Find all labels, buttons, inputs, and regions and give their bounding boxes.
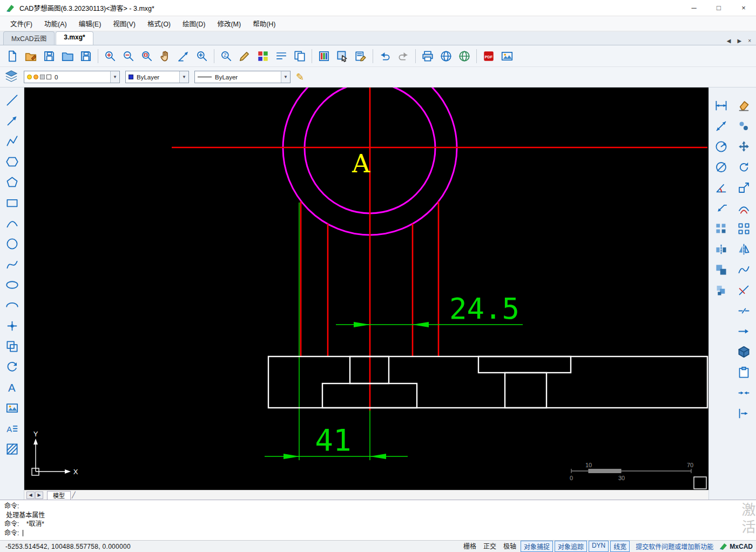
zoom-window-icon[interactable] [138, 48, 156, 65]
pan-icon[interactable] [157, 48, 174, 65]
maximize-button[interactable]: □ [706, 0, 731, 16]
zoom-extents-icon[interactable] [102, 48, 119, 65]
menu-item-6[interactable]: 绘图(D) [177, 16, 211, 31]
stack-blue-icon[interactable] [711, 280, 732, 300]
toggle-对象捕捉[interactable]: 对象捕捉 [521, 541, 553, 552]
mirror-blue-icon[interactable] [711, 239, 732, 259]
menu-item-8[interactable]: 帮助(H) [247, 16, 281, 31]
text-tool-icon[interactable]: A [2, 377, 22, 398]
toggle-DYN[interactable]: DYN [589, 541, 609, 552]
pedit-icon[interactable] [733, 259, 755, 280]
text-style-icon[interactable] [273, 48, 290, 65]
palette-icon[interactable] [254, 48, 272, 65]
toggle-对象追踪[interactable]: 对象追踪 [555, 541, 587, 552]
trim-icon[interactable] [733, 280, 755, 300]
save-icon[interactable] [40, 48, 58, 65]
close-button[interactable]: × [731, 0, 756, 16]
ellipse-tool-icon[interactable] [2, 274, 22, 295]
ellipse-arc-tool-icon[interactable] [2, 295, 22, 315]
model-prev-button[interactable]: ◀ [26, 492, 35, 499]
join-icon[interactable] [733, 382, 755, 403]
zoom-out-icon[interactable] [120, 48, 137, 65]
minimize-button[interactable]: ─ [681, 0, 706, 16]
spline-tool-icon[interactable] [2, 254, 22, 274]
menu-item-4[interactable]: 视图(V) [107, 16, 141, 31]
lengthen-icon[interactable] [733, 321, 755, 341]
save-as-icon[interactable] [77, 48, 94, 65]
pentagon-tool-icon[interactable] [2, 172, 22, 192]
arc-tool-icon[interactable] [2, 213, 22, 233]
erase-icon[interactable] [733, 95, 755, 116]
toggle-极轴[interactable]: 极轴 [501, 541, 519, 552]
menu-item-5[interactable]: 格式(O) [141, 16, 177, 31]
redo-icon[interactable] [395, 48, 412, 65]
command-area[interactable]: 命令: 处理基本属性命令: *取消* 命令: 激活 [0, 500, 756, 540]
copy-blue-icon[interactable] [711, 259, 732, 280]
measure-angle-icon[interactable] [175, 48, 192, 65]
copy-stamp-tool-icon[interactable] [2, 336, 22, 356]
line-tool-icon[interactable] [2, 90, 22, 110]
dim-aligned-icon[interactable] [711, 116, 732, 136]
move-icon[interactable] [733, 136, 755, 157]
pdf-export-icon[interactable]: PDF [480, 48, 497, 65]
feedback-link[interactable]: 提交软件问题或增加新功能 [636, 542, 713, 551]
mirror-icon[interactable] [733, 239, 755, 259]
color-bars-icon[interactable] [315, 48, 333, 65]
tab-model[interactable]: 模型 [47, 491, 71, 500]
menu-item-2[interactable]: 功能(A) [38, 16, 73, 31]
edit-attr-icon[interactable] [352, 48, 369, 65]
layer-select[interactable]: 0 ▼ [24, 71, 120, 83]
image-tool-icon[interactable] [2, 398, 22, 418]
chevron-down-icon[interactable]: ▼ [281, 71, 290, 83]
command-prompt[interactable]: 命令: [4, 529, 756, 538]
menu-item-7[interactable]: 修改(M) [211, 16, 247, 31]
chevron-down-icon[interactable]: ▼ [179, 71, 188, 83]
tab-MxCAD云图[interactable]: MxCAD云图 [3, 31, 55, 45]
array-icon[interactable] [733, 218, 755, 239]
array-blue-icon[interactable] [711, 218, 732, 239]
dim-leader-icon[interactable] [711, 198, 732, 218]
toggle-栅格[interactable]: 栅格 [461, 541, 479, 552]
tab-close-button[interactable]: × [746, 37, 753, 45]
explode-icon[interactable] [733, 341, 755, 362]
zoom-realtime-icon[interactable] [193, 48, 211, 65]
zoom-prev-icon[interactable]: Z [218, 48, 235, 65]
polygon-tool-icon[interactable] [2, 151, 22, 172]
new-file-icon[interactable] [4, 48, 21, 65]
offset-icon[interactable] [733, 198, 755, 218]
print-icon[interactable] [419, 48, 436, 65]
scale-icon[interactable] [733, 177, 755, 198]
tab-scroll-left-button[interactable]: ◀ [725, 37, 733, 45]
menu-item-1[interactable]: 文件(F) [4, 16, 38, 31]
open-folder-icon[interactable] [59, 48, 76, 65]
dim-angular-icon[interactable] [711, 177, 732, 198]
linetype-select[interactable]: ByLayer ▼ [194, 71, 291, 83]
break-icon[interactable] [733, 300, 755, 321]
rotate-icon[interactable] [733, 157, 755, 177]
point-tool-icon[interactable] [2, 315, 22, 336]
copy-doc-icon[interactable] [291, 48, 308, 65]
drawing-canvas[interactable]: A24.541YX1070030 [24, 87, 708, 490]
web-open-icon[interactable] [456, 48, 473, 65]
layers-icon[interactable] [4, 69, 18, 85]
extend-icon[interactable] [733, 403, 755, 423]
undo-icon[interactable] [376, 48, 394, 65]
rectangle-tool-icon[interactable] [2, 192, 22, 213]
dim-linear-icon[interactable] [711, 95, 732, 116]
color-select[interactable]: ByLayer ▼ [125, 71, 189, 83]
menu-item-3[interactable]: 编辑(E) [73, 16, 107, 31]
rotate-ref-tool-icon[interactable] [2, 356, 22, 377]
copy-tool-icon[interactable] [733, 116, 755, 136]
tab-3.mxg*[interactable]: 3.mxg* [56, 31, 93, 45]
web-publish-icon[interactable] [437, 48, 455, 65]
text-align-tool-icon[interactable]: A [2, 418, 22, 439]
hatch-tool-icon[interactable] [2, 439, 22, 459]
toggle-正交[interactable]: 正交 [481, 541, 499, 552]
polyline-tool-icon[interactable] [2, 131, 22, 151]
image-export-icon[interactable] [498, 48, 516, 65]
open-edit-icon[interactable] [22, 48, 39, 65]
toggle-线宽[interactable]: 线宽 [610, 541, 630, 552]
chevron-down-icon[interactable]: ▼ [110, 71, 119, 83]
model-next-button[interactable]: ▶ [35, 492, 43, 499]
dim-diameter-icon[interactable] [711, 157, 732, 177]
